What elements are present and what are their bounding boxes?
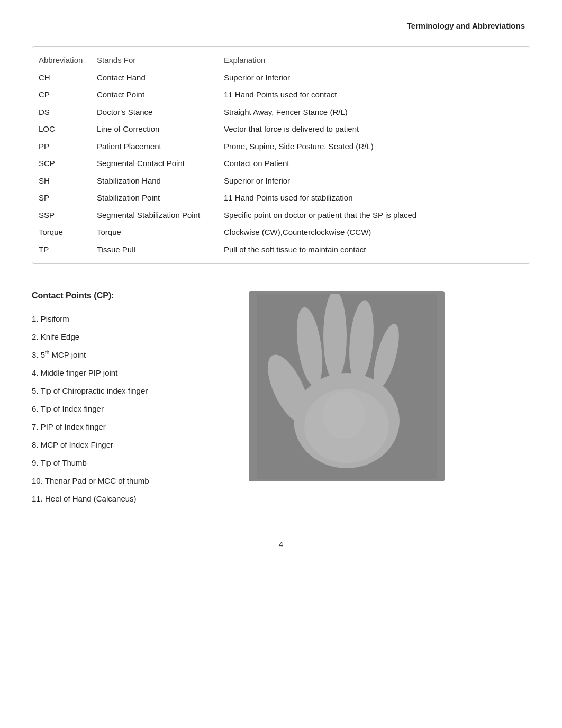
table-row-sh-abbr: SH xyxy=(32,172,90,190)
list-item: 7. PIP of Index finger xyxy=(32,418,233,436)
table-row-ch-abbr: CH xyxy=(32,69,90,87)
table-row-ssp-stands: Segmental Stabilization Point xyxy=(90,207,217,224)
contact-points-left: Contact Points (CP): 1. Pisiform 2. Knif… xyxy=(32,291,233,508)
table-row-sh-stands: Stabilization Hand xyxy=(90,172,217,190)
table-row-scp-exp: Contact on Patient xyxy=(217,155,530,172)
table-row-loc-exp: Vector that force is delivered to patien… xyxy=(217,121,530,138)
table-row-pp-stands: Patient Placement xyxy=(90,138,217,156)
hand-image xyxy=(249,291,445,481)
svg-rect-9 xyxy=(257,294,437,479)
table-row-ssp-exp: Specific point on doctor or patient that… xyxy=(217,207,530,224)
table-row-ch-stands: Contact Hand xyxy=(90,69,217,87)
list-item: 3. 5th MCP joint xyxy=(32,346,233,364)
table-row-torque-exp: Clockwise (CW),Counterclockwise (CCW) xyxy=(217,224,530,241)
table-row-ch-exp: Superior or Inferior xyxy=(217,69,530,87)
list-item: 11. Heel of Hand (Calcaneus) xyxy=(32,490,233,508)
list-item: 1. Pisiform xyxy=(32,310,233,328)
list-item: 2. Knife Edge xyxy=(32,328,233,346)
table-row-ds-exp: Straight Away, Fencer Stance (R/L) xyxy=(217,104,530,121)
table-row-ds-stands: Doctor's Stance xyxy=(90,104,217,121)
table-row-ds-abbr: DS xyxy=(32,104,90,121)
hand-image-container xyxy=(249,291,530,481)
table-row-loc-abbr: LOC xyxy=(32,121,90,138)
hand-svg xyxy=(257,294,437,479)
table-row-tp-exp: Pull of the soft tissue to maintain cont… xyxy=(217,241,530,259)
contact-points-title: Contact Points (CP): xyxy=(32,291,233,301)
terminology-table: Abbreviation Stands For Explanation CH C… xyxy=(32,46,530,264)
page-header-title: Terminology and Abbreviations xyxy=(32,21,530,30)
table-row-sh-exp: Superior or Inferior xyxy=(217,172,530,190)
table-row-cp-stands: Contact Point xyxy=(90,86,217,104)
col-header-stands-for: Stands For xyxy=(90,52,217,69)
table-row-torque-stands: Torque xyxy=(90,224,217,241)
section-divider xyxy=(32,280,530,280)
contact-points-list: 1. Pisiform 2. Knife Edge 3. 5th MCP joi… xyxy=(32,310,233,508)
table-row-ssp-abbr: SSP xyxy=(32,207,90,224)
col-header-explanation: Explanation xyxy=(217,52,530,69)
table-row-torque-abbr: Torque xyxy=(32,224,90,241)
table-row-tp-abbr: TP xyxy=(32,241,90,259)
table-row-sp-abbr: SP xyxy=(32,189,90,207)
list-item: 8. MCP of Index Finger xyxy=(32,436,233,454)
table-row-loc-stands: Line of Correction xyxy=(90,121,217,138)
list-item: 10. Thenar Pad or MCC of thumb xyxy=(32,472,233,490)
table-row-sp-stands: Stabilization Point xyxy=(90,189,217,207)
table-row-tp-stands: Tissue Pull xyxy=(90,241,217,259)
table-row-cp-abbr: CP xyxy=(32,86,90,104)
page-number: 4 xyxy=(32,540,530,549)
contact-points-section: Contact Points (CP): 1. Pisiform 2. Knif… xyxy=(32,291,530,508)
list-item: 5. Tip of Chiropractic index finger xyxy=(32,382,233,400)
table-row-scp-abbr: SCP xyxy=(32,155,90,172)
col-header-abbreviation: Abbreviation xyxy=(32,52,90,69)
table-grid: Abbreviation Stands For Explanation CH C… xyxy=(32,52,530,258)
table-row-scp-stands: Segmental Contact Point xyxy=(90,155,217,172)
list-item: 6. Tip of Index finger xyxy=(32,400,233,418)
table-row-pp-abbr: PP xyxy=(32,138,90,156)
list-item: 4. Middle finger PIP joint xyxy=(32,364,233,382)
table-row-pp-exp: Prone, Supine, Side Posture, Seated (R/L… xyxy=(217,138,530,156)
list-item: 9. Tip of Thumb xyxy=(32,454,233,472)
table-row-cp-exp: 11 Hand Points used for contact xyxy=(217,86,530,104)
table-row-sp-exp: 11 Hand Points used for stabilization xyxy=(217,189,530,207)
